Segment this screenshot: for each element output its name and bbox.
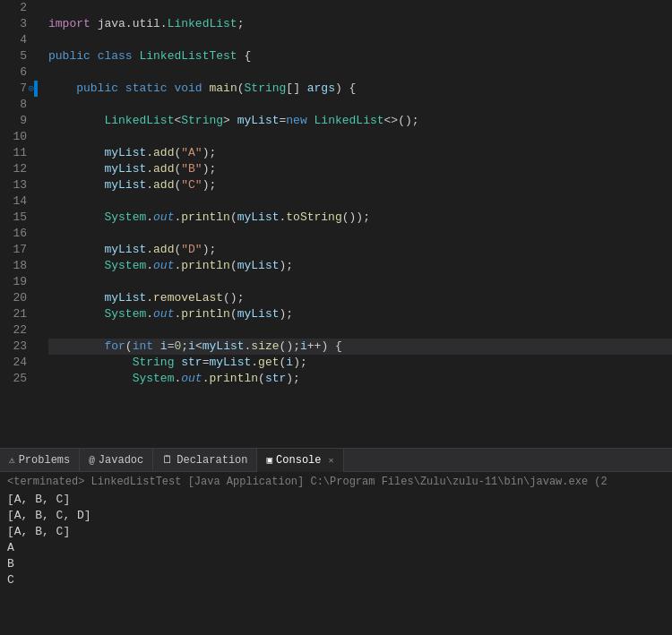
code-editor: 2 3 4 5 6 7 8 9 10 11 12 13 14 15 16 17 … — [0, 0, 672, 448]
code-line — [48, 274, 672, 290]
method-collapse-indicator[interactable] — [34, 81, 38, 97]
tab-javadoc[interactable]: @ Javadoc — [80, 449, 153, 472]
code-line: myList.add("D"); — [48, 242, 672, 258]
console-close-button[interactable]: ✕ — [329, 455, 334, 466]
code-line: System.out.println(myList); — [48, 306, 672, 322]
console-output-line-5: B — [7, 556, 665, 572]
code-line — [48, 226, 672, 242]
tab-problems-label: Problems — [19, 454, 71, 467]
code-line — [48, 64, 672, 81]
code-line: myList.add("B"); — [48, 161, 672, 177]
console-output-line-1: [A, B, C] — [7, 492, 665, 508]
code-line: myList.add("A"); — [48, 145, 672, 161]
tab-console-label: Console — [276, 454, 321, 467]
code-line: import java.util.LinkedList; — [48, 16, 672, 32]
line-numbers: 2 3 4 5 6 7 8 9 10 11 12 13 14 15 16 17 … — [0, 0, 34, 448]
console-output-line-3: [A, B, C] — [7, 524, 665, 540]
code-line: myList.removeLast(); — [48, 290, 672, 306]
tab-declaration-label: Declaration — [177, 454, 247, 467]
code-line: System.out.println(str); — [48, 371, 672, 387]
code-line: public static void main(String[] args) { — [48, 81, 672, 97]
declaration-icon: 🗒 — [162, 453, 173, 467]
console-terminated-line: <terminated> LinkedListTest [Java Applic… — [7, 476, 665, 488]
code-line-highlighted: for(int i=0;i<myList.size();i++) { — [48, 339, 672, 355]
code-line — [48, 32, 672, 48]
console-icon: ▣ — [266, 454, 272, 466]
tab-javadoc-label: Javadoc — [99, 454, 143, 467]
code-line — [48, 97, 672, 113]
code-line: String str=myList.get(i); — [48, 355, 672, 371]
code-line: public class LinkedListTest { — [48, 48, 672, 64]
code-line — [48, 193, 672, 210]
code-line — [48, 0, 672, 16]
gutter-indicators — [34, 0, 41, 448]
console-output-line-2: [A, B, C, D] — [7, 508, 665, 524]
tab-declaration[interactable]: 🗒 Declaration — [153, 449, 257, 472]
code-line: myList.add("C"); — [48, 177, 672, 193]
code-line — [48, 129, 672, 145]
code-line — [48, 322, 672, 339]
tab-console[interactable]: ▣ Console ✕ — [257, 449, 343, 472]
console-output: <terminated> LinkedListTest [Java Applic… — [0, 472, 672, 627]
code-line: LinkedList<String> myList=new LinkedList… — [48, 113, 672, 129]
bottom-panel: ⚠ Problems @ Javadoc 🗒 Declaration ▣ Con… — [0, 448, 672, 626]
problems-icon: ⚠ — [9, 454, 15, 466]
code-line: System.out.println(myList.toString()); — [48, 210, 672, 226]
console-output-line-6: C — [7, 572, 665, 588]
code-line: System.out.println(myList); — [48, 258, 672, 274]
tabs-bar: ⚠ Problems @ Javadoc 🗒 Declaration ▣ Con… — [0, 449, 672, 472]
console-output-line-4: A — [7, 540, 665, 556]
code-content[interactable]: import java.util.LinkedList; public clas… — [41, 0, 672, 448]
javadoc-icon: @ — [89, 455, 95, 466]
tab-problems[interactable]: ⚠ Problems — [0, 449, 80, 472]
